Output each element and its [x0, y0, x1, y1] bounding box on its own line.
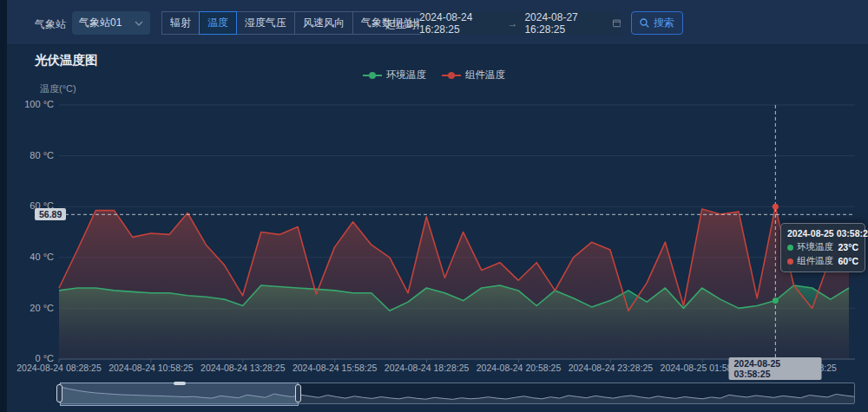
datazoom-selected-window[interactable] [60, 383, 299, 406]
search-button-label: 搜索 [654, 16, 674, 30]
temperature-plot[interactable] [59, 105, 855, 359]
start-time-value[interactable]: 2024-08-24 16:28:25 [419, 11, 500, 36]
y-tick-label: 40 °C [0, 252, 54, 262]
tab-humidity-pressure[interactable]: 湿度气压 [236, 11, 295, 35]
x-tick-label: 2024-08-24 10:58:25 [108, 363, 194, 373]
tooltip-row: 组件温度60°C [787, 255, 858, 267]
x-tick-label: 2024-08-24 13:28:25 [201, 363, 286, 373]
chart-tooltip: 2024-08-25 03:58:25 环境温度23°C组件温度60°C [780, 223, 865, 272]
dashboard-page: 气象站 气象站01 辐射温度湿度气压风速风向气象数据总览 起止时间 2024-0… [0, 0, 868, 412]
chart-title: 光伏温度图 [35, 52, 98, 69]
legend-item-0[interactable]: 环境温度 [363, 69, 426, 82]
tooltip-series-value: 60°C [838, 256, 858, 266]
tooltip-row: 环境温度23°C [787, 241, 858, 253]
tooltip-series-name: 组件温度 [797, 255, 833, 267]
datazoom-slider[interactable] [59, 383, 855, 404]
arrow-right-icon: → [507, 17, 517, 29]
station-label: 气象站 [35, 17, 66, 32]
calendar-icon [613, 18, 621, 28]
legend-label: 环境温度 [386, 69, 426, 82]
legend-marker-icon [442, 71, 461, 80]
tooltip-title: 2024-08-25 03:58:25 [787, 228, 858, 239]
x-tick-label: 2024-08-24 18:28:25 [385, 363, 470, 373]
tooltip-series-name: 环境温度 [797, 241, 833, 253]
series-dot-icon [787, 258, 793, 265]
datazoom-move-grip[interactable] [174, 382, 186, 385]
legend-marker-icon [363, 71, 382, 80]
end-time-value[interactable]: 2024-08-27 16:28:25 [524, 11, 605, 36]
chevron-down-icon [135, 21, 143, 26]
date-range-picker[interactable]: 2024-08-24 16:28:25 → 2024-08-27 16:28:2… [419, 11, 621, 35]
legend-item-1[interactable]: 组件温度 [442, 69, 505, 82]
chart-legend: 环境温度组件温度 [0, 69, 868, 82]
series-dot-icon [787, 245, 793, 251]
tab-temperature[interactable]: 温度 [199, 11, 237, 35]
y-tick-label: 80 °C [0, 150, 54, 160]
x-tick-label: 2024-08-24 15:58:25 [293, 363, 378, 373]
legend-label: 组件温度 [465, 69, 505, 82]
datazoom-left-handle[interactable] [56, 384, 62, 402]
station-select-value: 气象站01 [79, 16, 122, 30]
station-select[interactable]: 气象站01 [72, 11, 150, 35]
y-tick-label: 100 °C [0, 99, 54, 109]
y-axis-name: 温度(°C) [40, 82, 76, 95]
search-icon [640, 18, 649, 28]
markline-value-badge: 56.89 [35, 208, 66, 220]
tooltip-series-value: 23°C [838, 242, 858, 252]
datazoom-right-handle[interactable] [295, 384, 301, 402]
x-tick-label: 2024-08-24 23:28:25 [569, 363, 654, 373]
left-edge-strip [0, 0, 7, 412]
search-button[interactable]: 搜索 [631, 11, 683, 35]
tab-radiation[interactable]: 辐射 [161, 11, 200, 35]
top-toolbar: 气象站 气象站01 辐射温度湿度气压风速风向气象数据总览 起止时间 2024-0… [0, 0, 868, 45]
x-tick-label: 2024-08-24 20:58:25 [477, 363, 562, 373]
axis-pointer-label: 2024-08-25 03:58:25 [729, 357, 822, 380]
x-tick-label: 2024-08-24 08:28:25 [16, 363, 102, 373]
y-tick-label: 20 °C [0, 303, 54, 313]
tab-wind-speed-direction[interactable]: 风速风向 [294, 11, 353, 35]
